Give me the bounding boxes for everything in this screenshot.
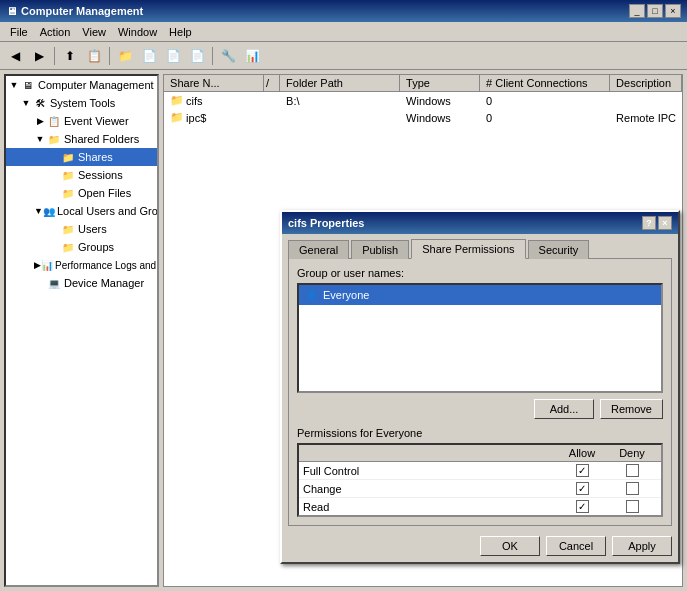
- tree-system-tools[interactable]: ▼ 🛠 System Tools: [6, 94, 157, 112]
- apply-button[interactable]: Apply: [612, 536, 672, 556]
- add-button[interactable]: Add...: [534, 399, 594, 419]
- tab-publish[interactable]: Publish: [351, 240, 409, 259]
- tree-label-shared: Shared Folders: [64, 133, 139, 145]
- perm-allow-read[interactable]: [557, 500, 607, 513]
- tree-shared-folders[interactable]: ▼ 📁 Shared Folders: [6, 130, 157, 148]
- tree-label-system: System Tools: [50, 97, 115, 109]
- tree-computer-management[interactable]: ▼ 🖥 Computer Management: [6, 76, 157, 94]
- col-folder-path[interactable]: Folder Path: [280, 75, 400, 91]
- tree-label-open-files: Open Files: [78, 187, 131, 199]
- tree-event-viewer[interactable]: ▶ 📋 Event Viewer: [6, 112, 157, 130]
- tree-label-users: Users: [78, 223, 107, 235]
- left-panel[interactable]: ▼ 🖥 Computer Management ▼ 🛠 System Tools…: [4, 74, 159, 587]
- toolbar-btn-1[interactable]: 📁: [114, 45, 136, 67]
- expand-arrow-system[interactable]: ▼: [20, 97, 32, 109]
- cell-cifs-type: Windows: [400, 93, 480, 109]
- tab-share-permissions[interactable]: Share Permissions: [411, 239, 525, 259]
- cell-cifs-conn: 0: [480, 93, 610, 109]
- expand-arrow-event[interactable]: ▶: [34, 115, 46, 127]
- toolbar-btn-2[interactable]: 📄: [138, 45, 160, 67]
- perm-deny-full-control[interactable]: [607, 464, 657, 477]
- back-button[interactable]: ◀: [4, 45, 26, 67]
- list-row-ipc[interactable]: 📁 ipc$ Windows 0 Remote IPC: [164, 109, 682, 126]
- maximize-button[interactable]: □: [647, 4, 663, 18]
- checkbox-allow-full[interactable]: [576, 464, 589, 477]
- col-share-name[interactable]: Share N...: [164, 75, 264, 91]
- toolbar-separator: [54, 47, 55, 65]
- tree-open-files[interactable]: 📁 Open Files: [6, 184, 157, 202]
- expand-arrow-device[interactable]: [34, 277, 46, 289]
- toolbar-btn-3[interactable]: 📄: [162, 45, 184, 67]
- checkbox-deny-read[interactable]: [626, 500, 639, 513]
- tree-label-groups: Groups: [78, 241, 114, 253]
- toolbar-btn-5[interactable]: 🔧: [217, 45, 239, 67]
- perm-deny-read[interactable]: [607, 500, 657, 513]
- toolbar-btn-4[interactable]: 📄: [186, 45, 208, 67]
- tree-local-users[interactable]: ▼ 👥 Local Users and Groups: [6, 202, 157, 220]
- group-label: Group or user names:: [297, 267, 663, 279]
- menu-view[interactable]: View: [76, 24, 112, 40]
- list-row-cifs[interactable]: 📁 cifs B:\ Windows 0: [164, 92, 682, 109]
- main-layout: ▼ 🖥 Computer Management ▼ 🛠 System Tools…: [0, 70, 687, 591]
- minimize-button[interactable]: _: [629, 4, 645, 18]
- menu-action[interactable]: Action: [34, 24, 77, 40]
- menu-window[interactable]: Window: [112, 24, 163, 40]
- tree-users[interactable]: 📁 Users: [6, 220, 157, 238]
- tree-label-local-users: Local Users and Groups: [57, 205, 159, 217]
- menu-file[interactable]: File: [4, 24, 34, 40]
- tree-performance-logs[interactable]: ▶ 📊 Performance Logs and Alerts: [6, 256, 157, 274]
- expand-arrow-open-files[interactable]: [48, 187, 60, 199]
- forward-button[interactable]: ▶: [28, 45, 50, 67]
- dialog-close-button[interactable]: ×: [658, 216, 672, 230]
- perm-name-read: Read: [303, 501, 557, 513]
- app-icon: 🖥: [6, 5, 17, 17]
- col-description[interactable]: Description: [610, 75, 682, 91]
- tree-label-event: Event Viewer: [64, 115, 129, 127]
- checkbox-allow-read[interactable]: [576, 500, 589, 513]
- sessions-icon: 📁: [60, 167, 76, 183]
- dialog-help-button[interactable]: ?: [642, 216, 656, 230]
- perm-deny-change[interactable]: [607, 482, 657, 495]
- perm-allow-full-control[interactable]: [557, 464, 607, 477]
- tree-sessions[interactable]: 📁 Sessions: [6, 166, 157, 184]
- group-user-list: 👤 Everyone: [297, 283, 663, 393]
- cell-cifs-desc: [610, 99, 682, 103]
- checkbox-deny-full[interactable]: [626, 464, 639, 477]
- tab-general[interactable]: General: [288, 240, 349, 259]
- up-button[interactable]: ⬆: [59, 45, 81, 67]
- local-users-icon: 👥: [43, 203, 55, 219]
- tree-device-manager[interactable]: 💻 Device Manager: [6, 274, 157, 292]
- expand-arrow-groups[interactable]: [48, 241, 60, 253]
- ok-button[interactable]: OK: [480, 536, 540, 556]
- col-type[interactable]: Type: [400, 75, 480, 91]
- expand-arrow-sessions[interactable]: [48, 169, 60, 181]
- checkbox-allow-change[interactable]: [576, 482, 589, 495]
- tree-groups[interactable]: 📁 Groups: [6, 238, 157, 256]
- system-tools-icon: 🛠: [32, 95, 48, 111]
- col-connections[interactable]: # Client Connections: [480, 75, 610, 91]
- remove-button[interactable]: Remove: [600, 399, 663, 419]
- checkbox-deny-change[interactable]: [626, 482, 639, 495]
- tree-shares[interactable]: 📁 Shares: [6, 148, 157, 166]
- expand-arrow-shared[interactable]: ▼: [34, 133, 46, 145]
- cancel-button[interactable]: Cancel: [546, 536, 606, 556]
- toolbar-btn-6[interactable]: 📊: [241, 45, 263, 67]
- expand-arrow[interactable]: ▼: [8, 79, 20, 91]
- group-item-everyone[interactable]: 👤 Everyone: [299, 285, 661, 305]
- col-slash[interactable]: /: [264, 75, 280, 91]
- close-button[interactable]: ×: [665, 4, 681, 18]
- menu-help[interactable]: Help: [163, 24, 198, 40]
- expand-arrow-perf[interactable]: ▶: [34, 259, 41, 271]
- dialog-title-controls: ? ×: [642, 216, 672, 230]
- cifs-icon: 📁: [170, 94, 184, 107]
- perm-allow-change[interactable]: [557, 482, 607, 495]
- perm-table-header: Allow Deny: [299, 445, 661, 462]
- show-hide-button[interactable]: 📋: [83, 45, 105, 67]
- expand-arrow-shares[interactable]: [48, 151, 60, 163]
- add-remove-buttons: Add... Remove: [297, 399, 663, 419]
- tab-security[interactable]: Security: [528, 240, 590, 259]
- cell-ipc-conn: 0: [480, 110, 610, 126]
- expand-arrow-local-users[interactable]: ▼: [34, 205, 43, 217]
- cell-ipc-desc: Remote IPC: [610, 110, 682, 126]
- expand-arrow-users[interactable]: [48, 223, 60, 235]
